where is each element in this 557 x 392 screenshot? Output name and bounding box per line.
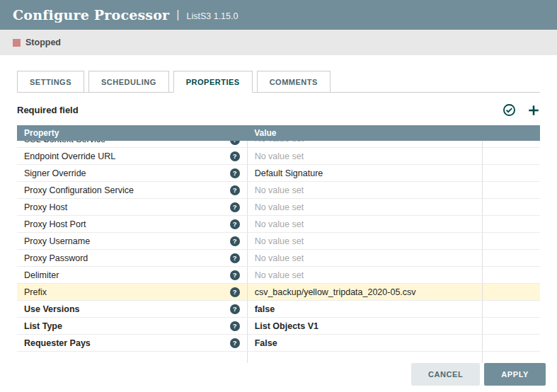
property-cell: Proxy Host?: [17, 199, 247, 216]
tab-comments[interactable]: COMMENTS: [257, 71, 331, 93]
table-row[interactable]: Signer Override?Default Signature: [17, 165, 540, 182]
help-icon[interactable]: ?: [230, 253, 240, 263]
column-header-filler: [483, 125, 540, 141]
property-name: Delimiter: [24, 270, 59, 280]
table-row[interactable]: Proxy Username?No value set: [17, 233, 540, 250]
table-row-partial[interactable]: SSL Context Service ? No value set: [17, 141, 540, 148]
help-icon[interactable]: ?: [230, 321, 240, 331]
table-row[interactable]: Endpoint Override URL?No value set: [17, 148, 540, 165]
property-name: List Type: [24, 321, 62, 331]
help-icon[interactable]: ?: [230, 168, 240, 178]
table-row[interactable]: Use Versions?false: [17, 301, 540, 318]
property-value[interactable]: No value set: [247, 182, 483, 199]
column-header-value: Value: [247, 125, 483, 141]
row-filler: [483, 335, 540, 352]
help-icon[interactable]: ?: [230, 236, 240, 246]
cancel-button[interactable]: CANCEL: [411, 363, 480, 386]
help-icon[interactable]: ?: [230, 287, 240, 297]
property-value[interactable]: false: [247, 301, 483, 318]
stop-square-icon: [13, 39, 21, 47]
dialog-header: Configure Processor | ListS3 1.15.0: [0, 0, 557, 30]
property-cell: Requester Pays?: [17, 335, 247, 352]
table-row[interactable]: List Type?List Objects V1: [17, 318, 540, 335]
configure-processor-dialog: Configure Processor | ListS3 1.15.0 Stop…: [0, 0, 557, 363]
help-icon[interactable]: ?: [230, 185, 240, 195]
table-row[interactable]: Requester Pays?False: [17, 335, 540, 352]
property-value[interactable]: No value set: [247, 148, 483, 165]
property-value[interactable]: No value set: [247, 216, 483, 233]
property-value[interactable]: No value set: [247, 233, 483, 250]
property-value[interactable]: No value set: [247, 141, 483, 148]
verify-properties-button[interactable]: [503, 103, 516, 117]
check-circle-icon: [503, 103, 516, 117]
help-icon[interactable]: ?: [230, 219, 240, 229]
tab-properties[interactable]: PROPERTIES: [173, 71, 253, 93]
row-filler: [483, 250, 540, 267]
column-header-property: Property: [17, 125, 247, 141]
help-icon[interactable]: ?: [230, 141, 240, 145]
property-value[interactable]: No value set: [247, 250, 483, 267]
property-cell: Proxy Host Port?: [17, 216, 247, 233]
property-name: Requester Pays: [24, 338, 91, 348]
property-cell: List Type?: [17, 318, 247, 335]
row-filler: [483, 301, 540, 318]
row-filler: [483, 199, 540, 216]
property-cell: Endpoint Override URL?: [17, 148, 247, 165]
row-filler: [483, 318, 540, 335]
row-filler: [483, 182, 540, 199]
table-row[interactable]: Prefix?csv_backup/yellow_tripdata_2020-0…: [17, 284, 540, 301]
property-name: Proxy Username: [24, 236, 90, 246]
dialog-footer: CANCEL APPLY: [411, 363, 546, 386]
add-property-button[interactable]: [527, 104, 540, 117]
row-filler: [483, 216, 540, 233]
status-bar: Stopped: [0, 30, 557, 55]
property-value[interactable]: List Objects V1: [247, 318, 483, 335]
properties-table: Property Value SSL Context Service ? No …: [17, 125, 540, 363]
property-cell: Prefix?: [17, 284, 247, 301]
property-name: SSL Context Service: [24, 141, 105, 146]
table-row[interactable]: Proxy Host?No value set: [17, 199, 540, 216]
property-value[interactable]: No value set: [247, 267, 483, 284]
table-row[interactable]: Proxy Configuration Service?No value set: [17, 182, 540, 199]
properties-actions: [503, 103, 540, 117]
table-header-row: Property Value: [17, 125, 540, 141]
plus-icon: [527, 104, 540, 117]
property-name: Proxy Password: [24, 253, 88, 263]
help-icon[interactable]: ?: [230, 304, 240, 314]
help-icon[interactable]: ?: [230, 151, 240, 161]
property-name: Proxy Host Port: [24, 219, 86, 229]
property-value[interactable]: False: [247, 335, 483, 352]
property-value[interactable]: csv_backup/yellow_tripdata_2020-05.csv: [247, 284, 483, 301]
properties-table-body: SSL Context Service ? No value set Endpo…: [17, 141, 540, 363]
property-name: Use Versions: [24, 304, 80, 314]
help-icon[interactable]: ?: [230, 202, 240, 212]
property-cell: Proxy Password?: [17, 250, 247, 267]
property-name: Prefix: [24, 287, 47, 297]
tab-scheduling[interactable]: SCHEDULING: [88, 71, 169, 93]
table-row[interactable]: Proxy Host Port?No value set: [17, 216, 540, 233]
status-label: Stopped: [25, 38, 61, 47]
table-row[interactable]: Proxy Password?No value set: [17, 250, 540, 267]
processor-type-version: ListS3 1.15.0: [186, 9, 238, 21]
row-filler: [483, 141, 540, 148]
tab-bar: SETTINGS SCHEDULING PROPERTIES COMMENTS: [17, 71, 540, 93]
help-icon[interactable]: ?: [230, 270, 240, 280]
property-value[interactable]: Default Signature: [247, 165, 483, 182]
row-filler: [483, 165, 540, 182]
property-value[interactable]: No value set: [247, 199, 483, 216]
properties-toolbar: Required field: [17, 103, 540, 117]
property-cell: Signer Override?: [17, 165, 247, 182]
property-name: Proxy Configuration Service: [24, 185, 134, 195]
property-cell: Delimiter?: [17, 267, 247, 284]
property-name: Proxy Host: [24, 202, 67, 212]
property-cell: Proxy Username?: [17, 233, 247, 250]
table-row[interactable]: Delimiter?No value set: [17, 267, 540, 284]
table-spacer-row: [17, 352, 540, 363]
help-icon[interactable]: ?: [230, 338, 240, 348]
required-field-label: Required field: [17, 105, 79, 115]
dialog-content: SETTINGS SCHEDULING PROPERTIES COMMENTS …: [0, 55, 557, 363]
property-name: Signer Override: [24, 168, 86, 178]
tab-settings[interactable]: SETTINGS: [17, 71, 84, 93]
title-separator: |: [176, 8, 179, 21]
apply-button[interactable]: APPLY: [484, 363, 546, 386]
